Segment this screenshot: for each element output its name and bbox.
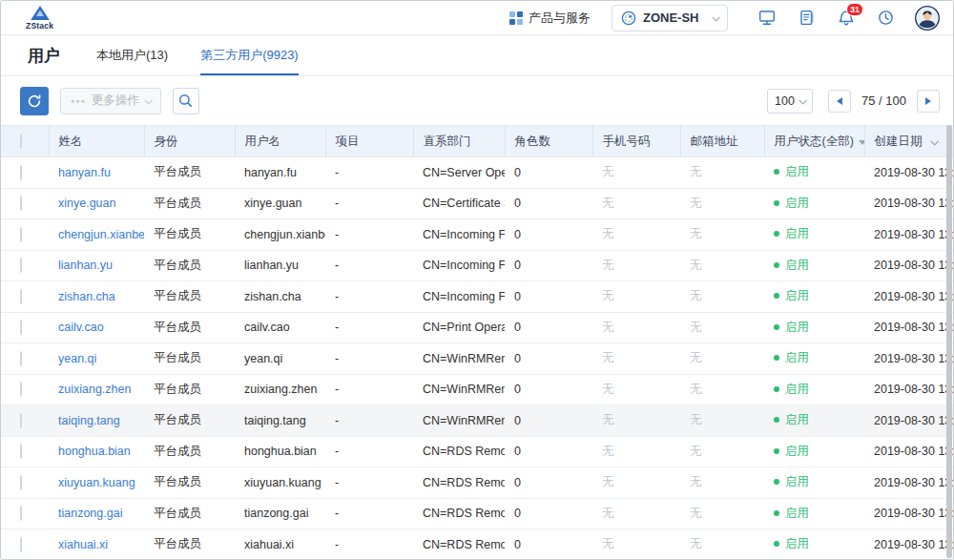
cell-project: -: [325, 250, 413, 281]
select-all-checkbox[interactable]: [20, 134, 22, 149]
table-row[interactable]: honghua.bian平台成员honghua.bian-CN=RDS Remo…: [1, 436, 954, 467]
cell-email: 无: [680, 405, 764, 437]
user-name-link[interactable]: honghua.bian: [58, 445, 131, 458]
user-name-link[interactable]: hanyan.fu: [58, 166, 111, 179]
col-header-roles: 角色数: [505, 126, 592, 157]
cell-department: CN=WinRMRem...: [413, 374, 505, 405]
table-row[interactable]: taiqing.tang平台成员taiqing.tang-CN=WinRMRem…: [1, 405, 954, 437]
cell-username: xinye.guan: [235, 188, 325, 219]
col-header-created-sort[interactable]: 创建日期: [864, 126, 954, 157]
table-row[interactable]: zuixiang.zhen平台成员zuixiang.zhen-CN=WinRMR…: [1, 374, 954, 405]
col-header-status-filter[interactable]: 用户状态(全部): [764, 126, 864, 157]
table-row[interactable]: xiuyuan.kuang平台成员xiuyuan.kuang-CN=RDS Re…: [1, 467, 954, 499]
refresh-button[interactable]: [20, 87, 49, 115]
cell-email: 无: [680, 250, 764, 281]
table-row[interactable]: hanyan.fu平台成员hanyan.fu-CN=Server Oper...…: [1, 157, 954, 189]
cell-project: -: [325, 219, 413, 251]
user-name-link[interactable]: zuixiang.zhen: [58, 383, 131, 396]
topnav-icons: 31: [747, 10, 905, 27]
zstack-logo[interactable]: ZStack: [26, 5, 53, 31]
cell-username: zishan.cha: [235, 281, 325, 313]
cell-created: 2019-08-30 13:3...: [864, 467, 954, 499]
user-name-link[interactable]: xiahuai.xi: [58, 538, 108, 551]
row-checkbox[interactable]: [20, 444, 22, 459]
page-size-select[interactable]: 100: [767, 89, 813, 114]
tab-local-users[interactable]: 本地用户(13): [96, 35, 168, 75]
user-name-link[interactable]: xiuyuan.kuang: [58, 476, 135, 489]
row-checkbox[interactable]: [20, 227, 22, 242]
bell-icon[interactable]: 31: [838, 10, 855, 27]
cell-username: xiahuai.xi: [235, 529, 325, 560]
history-icon[interactable]: [878, 10, 894, 26]
row-checkbox-cell: [1, 374, 49, 405]
prev-page-button[interactable]: [828, 90, 851, 113]
next-page-button[interactable]: [917, 90, 940, 113]
cell-email: 无: [680, 529, 764, 560]
table-row[interactable]: xiahuai.xi平台成员xiahuai.xi-CN=RDS Remot...…: [1, 529, 954, 560]
cell-username: honghua.bian: [235, 436, 325, 467]
table-row[interactable]: yean.qi平台成员yean.qi-CN=WinRMRem...0无无启用20…: [1, 343, 954, 375]
row-checkbox[interactable]: [20, 165, 22, 180]
table-row[interactable]: zishan.cha平台成员zishan.cha-CN=Incoming Fo.…: [1, 281, 954, 313]
tab-third-party-users[interactable]: 第三方用户(9923): [200, 35, 299, 75]
user-name-link[interactable]: xinye.guan: [58, 197, 115, 210]
table-row[interactable]: lianhan.yu平台成员lianhan.yu-CN=Incoming Fo.…: [1, 250, 954, 281]
status-dot: [774, 169, 779, 175]
user-name-link[interactable]: tianzong.gai: [58, 507, 122, 520]
row-checkbox[interactable]: [20, 289, 22, 304]
zone-selector[interactable]: ZONE-SH: [612, 5, 728, 31]
avatar[interactable]: [915, 6, 940, 31]
table-header-row: 姓名 身份 用户名 项目 直系部门 角色数 手机号码 邮箱地址 用户状态(全部)…: [1, 126, 954, 157]
cell-status: 启用: [764, 250, 864, 281]
user-name-link[interactable]: zishan.cha: [58, 290, 115, 303]
cell-email: 无: [680, 281, 764, 313]
user-name-link[interactable]: taiqing.tang: [58, 414, 120, 427]
cell-department: CN=Certificate S...: [413, 188, 505, 219]
row-checkbox[interactable]: [20, 475, 22, 490]
products-services-menu[interactable]: 产品与服务: [509, 10, 591, 27]
users-table: 姓名 身份 用户名 项目 直系部门 角色数 手机号码 邮箱地址 用户状态(全部)…: [1, 125, 954, 560]
cell-created: 2019-08-30 13:3...: [864, 374, 954, 405]
cell-email: 无: [680, 436, 764, 467]
cell-project: -: [325, 405, 413, 437]
monitor-icon[interactable]: [758, 10, 776, 26]
more-dots-icon: ●●●: [71, 97, 86, 104]
table-row[interactable]: cailv.cao平台成员cailv.cao-CN=Print Operat..…: [1, 312, 954, 343]
row-checkbox[interactable]: [20, 506, 22, 521]
row-checkbox[interactable]: [20, 351, 22, 366]
cell-identity: 平台成员: [144, 250, 235, 281]
cell-username: cailv.cao: [235, 312, 325, 343]
cell-identity: 平台成员: [144, 188, 235, 219]
cell-username: xiuyuan.kuang: [235, 467, 325, 499]
row-checkbox[interactable]: [20, 537, 22, 552]
cell-identity: 平台成员: [144, 312, 235, 343]
user-name-link[interactable]: yean.qi: [58, 352, 96, 365]
col-header-email: 邮箱地址: [680, 126, 764, 157]
vertical-scrollbar[interactable]: [946, 125, 952, 558]
table-row[interactable]: tianzong.gai平台成员tianzong.gai-CN=RDS Remo…: [1, 498, 954, 529]
more-actions-button[interactable]: ●●● 更多操作: [60, 88, 161, 114]
cell-status: 启用: [764, 374, 864, 405]
cell-roles: 0: [505, 405, 592, 437]
search-button[interactable]: [173, 88, 199, 114]
cell-name: hanyan.fu: [49, 157, 144, 189]
cell-project: -: [325, 374, 413, 405]
row-checkbox[interactable]: [20, 320, 22, 335]
cell-username: hanyan.fu: [235, 157, 325, 189]
row-checkbox[interactable]: [20, 413, 22, 428]
cell-status: 启用: [764, 436, 864, 467]
table-row[interactable]: chengjun.xianbei平台成员chengjun.xianbei-CN=…: [1, 219, 954, 251]
user-name-link[interactable]: chengjun.xianbei: [58, 228, 144, 241]
cell-created: 2019-08-30 13:3...: [864, 219, 954, 251]
more-actions-label: 更多操作: [92, 93, 139, 109]
row-checkbox-cell: [1, 498, 49, 529]
cell-phone: 无: [592, 157, 680, 189]
cell-name: yean.qi: [49, 343, 144, 375]
row-checkbox[interactable]: [20, 382, 22, 397]
table-row[interactable]: xinye.guan平台成员xinye.guan-CN=Certificate …: [1, 188, 954, 219]
user-name-link[interactable]: lianhan.yu: [58, 259, 113, 272]
row-checkbox[interactable]: [20, 196, 22, 211]
document-icon[interactable]: [798, 10, 815, 26]
row-checkbox[interactable]: [20, 258, 22, 273]
user-name-link[interactable]: cailv.cao: [58, 321, 104, 334]
